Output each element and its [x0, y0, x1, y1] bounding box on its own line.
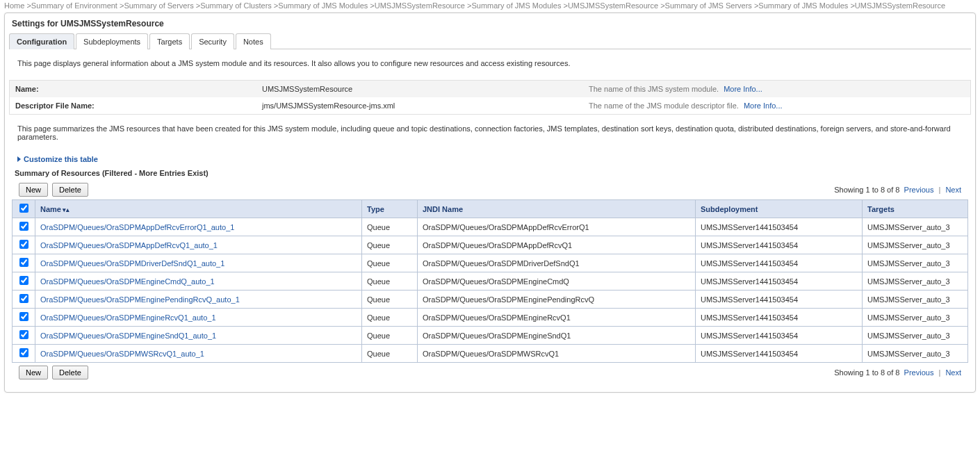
tab-security[interactable]: Security [191, 33, 234, 49]
customize-table-link[interactable]: Customize this table [10, 151, 975, 167]
cell-type: Queue [362, 272, 418, 291]
property-label: Name: [15, 85, 262, 93]
col-subdeployment[interactable]: Subdeployment [696, 200, 863, 218]
panel-title: Settings for UMSJMSSystemResource [5, 13, 975, 33]
col-name[interactable]: Name▾▴ [35, 200, 362, 218]
resources-section-title: Summary of Resources (Filtered - More En… [5, 167, 975, 180]
cell-type: Queue [362, 254, 418, 272]
paging-text-bottom: Showing 1 to 8 of 8 [834, 368, 899, 377]
previous-link-bottom[interactable]: Previous [904, 368, 934, 377]
sort-asc-icon: ▾▴ [63, 206, 70, 213]
col-targets[interactable]: Targets [863, 200, 968, 218]
paging-bottom: Showing 1 to 8 of 8 Previous | Next [834, 368, 961, 377]
delete-button[interactable]: Delete [52, 183, 88, 197]
property-row: Name:UMSJMSSystemResourceThe name of thi… [10, 81, 970, 97]
cell-targets: UMSJMSServer_auto_3 [863, 327, 968, 345]
resources-table: Name▾▴ Type JNDI Name Subdeployment Targ… [12, 199, 968, 363]
cell-subdeployment: UMSJMSServer1441503454 [696, 254, 863, 272]
new-button-bottom[interactable]: New [19, 366, 48, 379]
cell-targets: UMSJMSServer_auto_3 [863, 272, 968, 291]
property-value: jms/UMSJMSSystemResource-jms.xml [262, 101, 589, 110]
cell-type: Queue [362, 309, 418, 327]
tab-notes[interactable]: Notes [236, 33, 271, 49]
property-label: Descriptor File Name: [15, 101, 262, 110]
cell-targets: UMSJMSServer_auto_3 [863, 291, 968, 309]
col-jndi[interactable]: JNDI Name [418, 200, 696, 218]
cell-jndi: OraSDPM/Queues/OraSDPMDriverDefSndQ1 [418, 254, 696, 272]
cell-subdeployment: UMSJMSServer1441503454 [696, 345, 863, 363]
settings-panel: Settings for UMSJMSSystemResource Config… [4, 13, 976, 393]
resource-name-link[interactable]: OraSDPM/Queues/OraSDPMEngineCmdQ_auto_1 [40, 277, 215, 286]
property-value: UMSJMSSystemResource [262, 85, 589, 93]
row-checkbox[interactable] [19, 276, 28, 285]
customize-label: Customize this table [24, 155, 98, 163]
paging-top: Showing 1 to 8 of 8 Previous | Next [834, 186, 961, 194]
cell-type: Queue [362, 236, 418, 254]
row-checkbox[interactable] [19, 294, 28, 303]
cell-jndi: OraSDPM/Queues/OraSDPMEngineRcvQ1 [418, 309, 696, 327]
row-checkbox[interactable] [19, 258, 28, 267]
more-info-link[interactable]: More Info... [744, 101, 783, 110]
select-all-header[interactable] [13, 200, 35, 218]
cell-subdeployment: UMSJMSServer1441503454 [696, 236, 863, 254]
property-help: The name of this JMS system module. More… [589, 85, 965, 93]
cell-type: Queue [362, 291, 418, 309]
table-toolbar-top: New Delete Showing 1 to 8 of 8 Previous … [12, 180, 968, 199]
cell-type: Queue [362, 345, 418, 363]
breadcrumb: Home >Summary of Environment >Summary of… [0, 0, 980, 13]
cell-subdeployment: UMSJMSServer1441503454 [696, 291, 863, 309]
next-link[interactable]: Next [945, 186, 961, 194]
tab-configuration[interactable]: Configuration [9, 33, 74, 49]
table-row: OraSDPM/Queues/OraSDPMEngineRcvQ1_auto_1… [13, 309, 968, 327]
cell-targets: UMSJMSServer_auto_3 [863, 345, 968, 363]
col-type[interactable]: Type [362, 200, 418, 218]
select-all-checkbox[interactable] [19, 204, 28, 213]
table-row: OraSDPM/Queues/OraSDPMEngineCmdQ_auto_1Q… [13, 272, 968, 291]
row-checkbox[interactable] [19, 240, 28, 249]
page-description-1: This page displays general information a… [5, 49, 975, 77]
disclosure-icon [17, 156, 21, 162]
cell-jndi: OraSDPM/Queues/OraSDPMWSRcvQ1 [418, 345, 696, 363]
next-link-bottom[interactable]: Next [945, 368, 961, 377]
page-description-2: This page summarizes the JMS resources t… [5, 115, 975, 151]
cell-targets: UMSJMSServer_auto_3 [863, 218, 968, 236]
tabs: ConfigurationSubdeploymentsTargetsSecuri… [9, 33, 971, 49]
cell-targets: UMSJMSServer_auto_3 [863, 236, 968, 254]
delete-button-bottom[interactable]: Delete [52, 366, 88, 379]
properties-table: Name:UMSJMSSystemResourceThe name of thi… [9, 80, 971, 115]
table-toolbar-bottom: New Delete Showing 1 to 8 of 8 Previous … [12, 363, 968, 382]
table-row: OraSDPM/Queues/OraSDPMEnginePendingRcvQ_… [13, 291, 968, 309]
cell-type: Queue [362, 327, 418, 345]
resource-name-link[interactable]: OraSDPM/Queues/OraSDPMEngineSndQ1_auto_1 [40, 332, 216, 340]
tab-subdeployments[interactable]: Subdeployments [76, 33, 148, 49]
previous-link[interactable]: Previous [904, 186, 934, 194]
cell-jndi: OraSDPM/Queues/OraSDPMEngineSndQ1 [418, 327, 696, 345]
resource-name-link[interactable]: OraSDPM/Queues/OraSDPMEnginePendingRcvQ_… [40, 295, 240, 304]
cell-jndi: OraSDPM/Queues/OraSDPMEnginePendingRcvQ [418, 291, 696, 309]
table-row: OraSDPM/Queues/OraSDPMAppDefRcvQ1_auto_1… [13, 236, 968, 254]
resource-name-link[interactable]: OraSDPM/Queues/OraSDPMDriverDefSndQ1_aut… [40, 259, 224, 268]
resource-name-link[interactable]: OraSDPM/Queues/OraSDPMWSRcvQ1_auto_1 [40, 350, 204, 358]
resource-name-link[interactable]: OraSDPM/Queues/OraSDPMAppDefRcvErrorQ1_a… [40, 223, 234, 231]
cell-subdeployment: UMSJMSServer1441503454 [696, 272, 863, 291]
resource-name-link[interactable]: OraSDPM/Queues/OraSDPMEngineRcvQ1_auto_1 [40, 313, 216, 322]
cell-subdeployment: UMSJMSServer1441503454 [696, 309, 863, 327]
property-help: The name of the JMS module descriptor fi… [589, 101, 965, 110]
property-row: Descriptor File Name:jms/UMSJMSSystemRes… [10, 97, 970, 114]
table-row: OraSDPM/Queues/OraSDPMDriverDefSndQ1_aut… [13, 254, 968, 272]
resource-name-link[interactable]: OraSDPM/Queues/OraSDPMAppDefRcvQ1_auto_1 [40, 241, 218, 250]
new-button[interactable]: New [19, 183, 48, 197]
cell-jndi: OraSDPM/Queues/OraSDPMAppDefRcvQ1 [418, 236, 696, 254]
more-info-link[interactable]: More Info... [724, 85, 762, 93]
row-checkbox[interactable] [19, 348, 28, 357]
row-checkbox[interactable] [19, 222, 28, 231]
row-checkbox[interactable] [19, 330, 28, 339]
table-row: OraSDPM/Queues/OraSDPMEngineSndQ1_auto_1… [13, 327, 968, 345]
cell-jndi: OraSDPM/Queues/OraSDPMEngineCmdQ [418, 272, 696, 291]
paging-text: Showing 1 to 8 of 8 [834, 186, 899, 194]
row-checkbox[interactable] [19, 312, 28, 321]
cell-type: Queue [362, 218, 418, 236]
cell-jndi: OraSDPM/Queues/OraSDPMAppDefRcvErrorQ1 [418, 218, 696, 236]
cell-targets: UMSJMSServer_auto_3 [863, 254, 968, 272]
tab-targets[interactable]: Targets [149, 33, 190, 49]
